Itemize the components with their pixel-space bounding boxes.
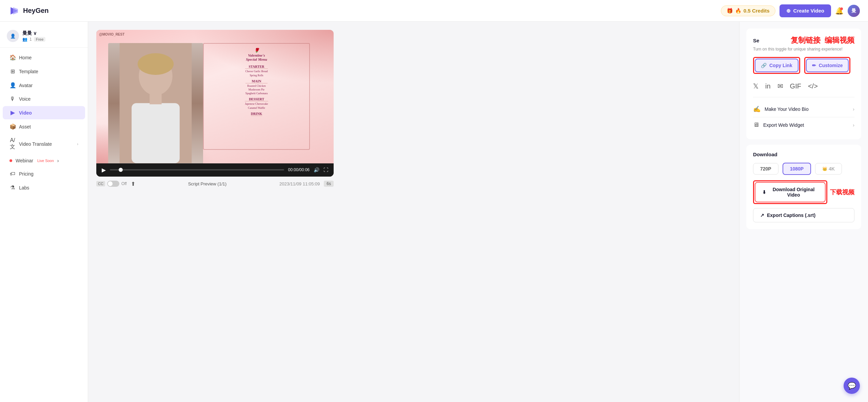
top-nav: HeyGen 🎁 🔥 0.5 Credits ⊕ Create Video 🔔 … bbox=[0, 0, 868, 22]
volume-button[interactable]: 🔊 bbox=[314, 167, 319, 173]
quality-4k[interactable]: 👑 4K bbox=[815, 163, 842, 175]
video-controls: ▶ 00:00/00:06 🔊 ⛶ bbox=[96, 163, 334, 177]
presenter-avatar bbox=[108, 43, 203, 163]
video-meta-row: CC Off ⬆ Script Preview (1/1) 2023/11/09… bbox=[96, 177, 334, 191]
topnav-right: 🎁 🔥 0.5 Credits ⊕ Create Video 🔔 曼 bbox=[721, 4, 860, 17]
download-icon: ⬇ bbox=[762, 189, 766, 195]
divider-1 bbox=[753, 97, 854, 97]
annotation-overlay: 复制链接 编辑视频 bbox=[791, 35, 854, 45]
svg-point-4 bbox=[138, 53, 174, 75]
play-button[interactable]: ▶ bbox=[102, 167, 106, 173]
email-share-button[interactable]: ✉ bbox=[777, 82, 783, 90]
chat-icon: 💬 bbox=[848, 382, 856, 390]
credits-button[interactable]: 🎁 🔥 0.5 Credits bbox=[721, 5, 775, 16]
main-layout: 👤 曼曼 ∨ 👥 1 Free 🏠 Home ⊞ Template 👤 bbox=[0, 22, 868, 402]
upload-button[interactable]: ⬆ bbox=[131, 181, 135, 187]
time-display: 00:00/00:06 bbox=[288, 167, 310, 172]
toggle-knob bbox=[108, 181, 113, 186]
embed-share-button[interactable]: </> bbox=[808, 82, 818, 90]
make-video-bio-row[interactable]: ✍ Make Your Video Bio › bbox=[753, 101, 854, 117]
menu-title: 🌹 Valentine's Special Menu bbox=[246, 48, 267, 61]
user-avatar[interactable]: 曼 bbox=[848, 5, 860, 17]
download-annotation: 下载视频 bbox=[830, 188, 854, 196]
customize-box: ✏ Customize bbox=[804, 57, 851, 74]
menu-section-dessert: DESSERT Japenese CheesecakeCaramel Waffl… bbox=[245, 97, 268, 109]
twitter-share-button[interactable]: 𝕏 bbox=[753, 82, 758, 90]
download-section: Download 720P 1080P 👑 4K ⬇ Download Orig… bbox=[746, 145, 861, 229]
chevron-down-icon: ∨ bbox=[33, 31, 37, 36]
share-subtitle: Turn on this toggle for unique sharing e… bbox=[753, 47, 854, 52]
cc-toggle: CC Off bbox=[96, 181, 127, 187]
translate-icon: A/文 bbox=[9, 137, 16, 150]
user-meta: 👥 1 Free bbox=[22, 37, 81, 42]
avatar-image bbox=[108, 43, 203, 163]
edit-video-annotation: 编辑视频 bbox=[825, 35, 854, 45]
labs-icon: ⚗ bbox=[9, 184, 16, 191]
progress-thumb bbox=[119, 168, 123, 172]
sidebar-item-home[interactable]: 🏠 Home bbox=[3, 51, 85, 64]
svg-rect-5 bbox=[132, 103, 180, 163]
logo-icon bbox=[8, 5, 20, 17]
duration-badge: 6s bbox=[324, 181, 334, 187]
content-area: @MOVIO_REST 🌹 Valentine's Special Menu S… bbox=[88, 22, 868, 402]
social-icons-row: 𝕏 in ✉ GIF </> bbox=[753, 79, 854, 93]
download-row: ⬇ Download Original Video 下载视频 bbox=[753, 180, 854, 204]
sidebar-item-avatar[interactable]: 👤 Avatar bbox=[3, 79, 85, 92]
crown-icon: 👑 bbox=[822, 166, 827, 171]
download-original-button[interactable]: ⬇ Download Original Video bbox=[755, 182, 826, 202]
sidebar-item-asset[interactable]: 📦 Asset bbox=[3, 120, 85, 133]
share-title: Se bbox=[753, 38, 759, 43]
quality-1080p[interactable]: 1080P bbox=[783, 163, 811, 175]
video-icon: ▶ bbox=[9, 109, 16, 116]
user-info: 曼曼 ∨ 👥 1 Free bbox=[22, 30, 81, 42]
share-header: Se 复制链接 编辑视频 bbox=[753, 35, 854, 45]
avatar-svg bbox=[108, 43, 203, 163]
linkedin-share-button[interactable]: in bbox=[765, 82, 771, 90]
sidebar-item-webinar[interactable]: Webinar Live Soon › bbox=[3, 155, 85, 167]
edit-icon: ✏ bbox=[812, 63, 816, 68]
export-web-widget-row[interactable]: 🖥 Export Web Widget › bbox=[753, 117, 854, 133]
watermark-text: @MOVIO_REST bbox=[99, 33, 124, 36]
export-captions-button[interactable]: ↗ Export Captions (.srt) bbox=[753, 208, 854, 222]
video-area: @MOVIO_REST 🌹 Valentine's Special Menu S… bbox=[88, 22, 739, 402]
chevron-right-bio: › bbox=[853, 106, 854, 112]
progress-bar[interactable] bbox=[110, 169, 284, 170]
sidebar-item-labs[interactable]: ⚗ Labs bbox=[3, 181, 85, 194]
copy-link-box: 🔗 Copy Link bbox=[753, 57, 800, 74]
widget-icon: 🖥 bbox=[753, 121, 759, 128]
avatar-icon: 👤 bbox=[9, 82, 16, 88]
notification-button[interactable]: 🔔 bbox=[835, 7, 844, 15]
menu-section-main: MAIN Roasted ChickenMushroom PieSpaghett… bbox=[245, 79, 268, 96]
sidebar-item-video-translate[interactable]: A/文 Video Translate › bbox=[3, 134, 85, 154]
logo[interactable]: HeyGen bbox=[8, 5, 49, 17]
sidebar-item-pricing[interactable]: 🏷 Pricing bbox=[3, 167, 85, 180]
svg-rect-6 bbox=[150, 93, 161, 104]
user-name: 曼曼 ∨ bbox=[22, 30, 81, 36]
copy-link-button[interactable]: 🔗 Copy Link bbox=[755, 59, 798, 72]
customize-button[interactable]: ✏ Customize bbox=[806, 59, 849, 72]
members-icon: 👥 bbox=[22, 37, 27, 42]
sidebar-item-voice[interactable]: 🎙 Voice bbox=[3, 93, 85, 105]
chat-fab-button[interactable]: 💬 bbox=[844, 378, 860, 394]
chevron-right-icon: › bbox=[77, 142, 78, 146]
fullscreen-button[interactable]: ⛶ bbox=[323, 167, 328, 173]
quality-options: 720P 1080P 👑 4K bbox=[753, 163, 854, 175]
bio-icon: ✍ bbox=[753, 105, 761, 113]
script-preview-label: Script Preview (1/1) bbox=[139, 181, 275, 186]
download-btn-box: ⬇ Download Original Video bbox=[753, 180, 827, 204]
sidebar-item-template[interactable]: ⊞ Template bbox=[3, 65, 85, 78]
video-content: @MOVIO_REST 🌹 Valentine's Special Menu S… bbox=[96, 30, 334, 163]
gif-share-button[interactable]: GIF bbox=[790, 82, 801, 90]
live-dot bbox=[9, 159, 12, 162]
home-icon: 🏠 bbox=[9, 54, 16, 61]
cc-toggle-switch[interactable] bbox=[107, 181, 119, 187]
video-timestamp: 2023/11/09 11:05:09 bbox=[279, 181, 320, 186]
cc-off-label: Off bbox=[121, 181, 127, 186]
sidebar-item-video[interactable]: ▶ Video bbox=[3, 106, 85, 119]
video-player: @MOVIO_REST 🌹 Valentine's Special Menu S… bbox=[96, 30, 334, 177]
create-video-button[interactable]: ⊕ Create Video bbox=[780, 4, 831, 17]
share-section: Se 复制链接 编辑视频 Turn on this toggle for uni… bbox=[746, 28, 861, 139]
export-icon: ↗ bbox=[760, 213, 764, 218]
quality-720p[interactable]: 720P bbox=[753, 163, 778, 175]
chevron-right-widget: › bbox=[853, 122, 854, 128]
